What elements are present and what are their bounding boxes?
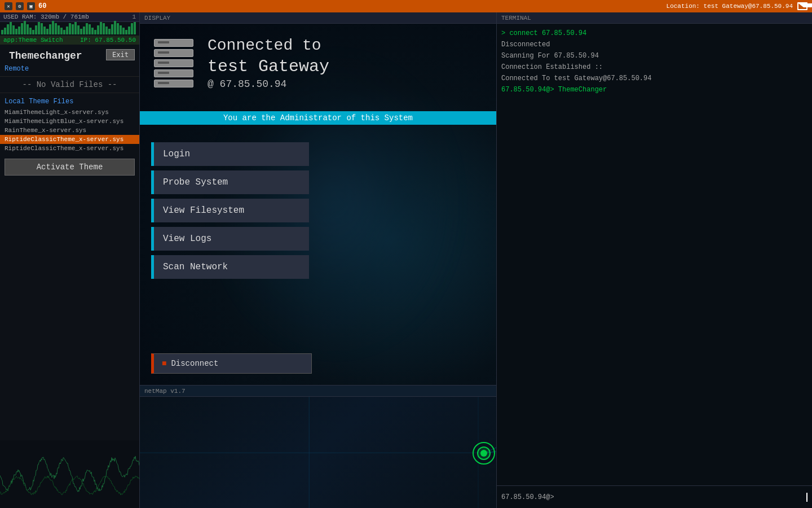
app-ip: IP: 67.85.50.50 (80, 37, 136, 43)
netmap-header: netMap v1.7 (140, 386, 496, 397)
ram-bar (29, 28, 32, 34)
connected-text: Connected to test Gateway @ 67.85.50.94 (208, 36, 329, 91)
ram-bar (74, 22, 77, 34)
ram-bar (131, 23, 133, 34)
topbar-right: Location: test Gateway@67.85.50.94 (667, 2, 807, 10)
theme-file-list: MiamiThemeLight_x-server.sysMiamiThemeLi… (0, 108, 139, 153)
menu-button-probe[interactable]: Probe System (151, 170, 309, 194)
theme-file-item[interactable]: RainTheme_x-server.sys (0, 126, 139, 135)
netmap-connections (140, 397, 496, 508)
ram-bar (114, 21, 116, 34)
app-info: app:Theme Switch IP: 67.85.50.50 (0, 36, 139, 45)
terminal-line: Disconnected (501, 40, 807, 50)
ram-bar (97, 25, 99, 34)
topbar: ✕ ⚙ ▣ 60 Location: test Gateway@67.85.50… (0, 0, 812, 12)
terminal-line: 67.85.50.94@> ThemeChanger (501, 85, 807, 95)
main-layout: USED RAM: 320mb / 761mb 1 app:Theme Swit… (0, 12, 812, 508)
disconnect-label: Disconnect (171, 359, 218, 368)
app-title: Themechanger (5, 47, 87, 63)
ram-bar (125, 30, 127, 34)
ram-bar (35, 25, 37, 34)
ram-bar (55, 23, 57, 34)
ram-bar (15, 29, 17, 34)
ram-bar (4, 28, 6, 34)
ram-bar (43, 27, 46, 34)
theme-file-item[interactable]: RiptideClassicTheme_x-server.sys (0, 144, 139, 153)
menu-button-login[interactable]: Login (151, 142, 309, 166)
ram-bar (38, 22, 40, 34)
theme-file-item[interactable]: RiptideClassicTheme_x-server.sys (0, 135, 139, 144)
center-panel: DISPLAY Connected to test Gateway @ 67.8… (140, 12, 496, 508)
location-text: Location: test Gateway@67.85.50.94 (667, 3, 793, 10)
terminal-input[interactable] (557, 493, 806, 501)
ram-bar (105, 27, 108, 34)
theme-file-item[interactable]: MiamiThemeLight_x-server.sys (0, 108, 139, 117)
ram-bar (120, 25, 122, 34)
ram-bar (63, 30, 65, 34)
close-icon[interactable]: ✕ (5, 2, 12, 10)
server-drawer-5 (154, 80, 193, 87)
ram-label: USED RAM: 320mb / 761mb (3, 14, 89, 20)
sidebar: USED RAM: 320mb / 761mb 1 app:Theme Swit… (0, 12, 140, 508)
ram-bar (122, 28, 125, 34)
display-area: Connected to test Gateway @ 67.85.50.94 … (140, 24, 496, 385)
terminal-cursor (806, 493, 807, 502)
connected-box: Connected to test Gateway @ 67.85.50.94 (151, 35, 329, 91)
ram-bar (128, 27, 130, 34)
ram-bar (7, 24, 9, 34)
settings-icon[interactable]: ⚙ (16, 2, 24, 10)
menu-button-filesystem[interactable]: View Filesystem (151, 199, 309, 222)
server-drawer-4 (154, 69, 193, 77)
ram-bar (12, 25, 15, 34)
gateway-ip: @ 67.85.50.94 (208, 78, 329, 91)
remote-label: Remote (0, 65, 139, 76)
ram-bar (89, 24, 91, 34)
ram-bar (111, 24, 113, 34)
ram-bar (69, 23, 71, 34)
ram-bar (103, 23, 105, 34)
topbar-left: ✕ ⚙ ▣ 60 (5, 2, 46, 10)
theme-file-item[interactable]: MiamiThemeLightBlue_x-server.sys (0, 117, 139, 126)
mail-icon[interactable] (797, 2, 807, 10)
terminal-input-area: 67.85.50.94@> (497, 485, 812, 508)
terminal-line: > connect 67.85.50.94 (501, 28, 807, 38)
ram-bar (80, 29, 82, 34)
ram-number: 1 (132, 14, 136, 20)
ram-bar (52, 21, 54, 34)
display-header: DISPLAY (140, 12, 496, 24)
local-theme-label: Local Theme Files (0, 95, 139, 108)
ram-bar (134, 22, 136, 34)
server-icon (151, 35, 196, 91)
terminal-line: Scanning For 67.85.50.94 (501, 51, 807, 61)
menu-button-scan[interactable]: Scan Network (151, 255, 309, 279)
menu-button-logs[interactable]: View Logs (151, 227, 309, 251)
terminal-panel: TERMINAL > connect 67.85.50.94Disconnect… (496, 12, 812, 508)
netmap-panel: netMap v1.7 (140, 385, 496, 508)
connected-title: Connected to (208, 36, 329, 56)
terminal-line: Connected To test Gateway@67.85.50.94 (501, 73, 807, 84)
topbar-counter: 60 (38, 2, 46, 10)
ram-bar (18, 27, 20, 34)
ram-bar (1, 30, 3, 34)
no-valid-files: -- No Valid Files -- (0, 76, 139, 93)
ram-graph (0, 22, 139, 36)
file-icon[interactable]: ▣ (27, 2, 35, 10)
ram-info: USED RAM: 320mb / 761mb 1 (0, 12, 139, 22)
netmap-content (140, 397, 496, 508)
ram-bar (60, 28, 63, 34)
ram-bar (86, 23, 88, 34)
ram-bar (10, 22, 12, 34)
ram-bar (77, 25, 80, 34)
netmap-label: netMap v1.7 (144, 388, 186, 395)
ram-bar (117, 23, 119, 34)
ram-bar (24, 21, 26, 34)
disconnect-button[interactable]: ■ Disconnect (151, 353, 312, 374)
server-drawer-3 (154, 59, 193, 67)
ram-bar (100, 22, 102, 34)
ram-bar (27, 24, 29, 34)
ram-bar (32, 30, 34, 34)
server-drawer-2 (154, 49, 193, 57)
exit-button[interactable]: Exit (106, 49, 135, 60)
activate-theme-button[interactable]: Activate Theme (5, 159, 135, 176)
gateway-name: test Gateway (208, 56, 329, 78)
